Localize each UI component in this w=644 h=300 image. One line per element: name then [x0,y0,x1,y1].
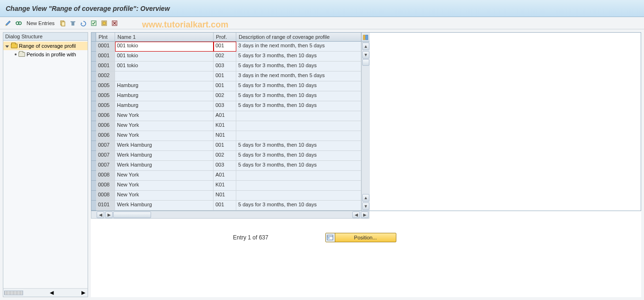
scroll-right-end-icon[interactable]: ▶ [361,212,368,218]
row-selector[interactable] [91,111,96,121]
cell-prof[interactable]: N01 [214,191,236,201]
cell-desc[interactable]: 5 days for 3 months, then 10 days [236,201,361,211]
row-selector[interactable] [91,171,96,181]
cell-name[interactable]: Werk Hamburg [115,151,214,161]
scroll-down-end-icon[interactable]: ▼ [362,203,369,210]
cell-name[interactable]: Hamburg [115,101,214,111]
cell-desc[interactable]: 5 days for 3 months, then 10 days [236,161,361,171]
row-selector[interactable] [91,161,96,171]
cell-name[interactable]: New York [115,111,214,121]
cell-plnt[interactable]: 0101 [96,201,115,211]
cell-desc[interactable] [236,191,361,201]
deselect-all-icon[interactable] [110,19,119,27]
row-selector[interactable] [91,181,96,191]
undo-icon[interactable] [79,19,88,27]
row-selector[interactable] [91,91,96,101]
cell-name[interactable] [115,71,214,81]
tree-node-range-of-coverage-profile[interactable]: Range of coverage profil [3,42,88,50]
scroll-left-icon[interactable]: ◀ [48,290,55,296]
configure-columns-icon[interactable] [362,33,369,42]
cell-name[interactable]: New York [115,191,214,201]
scroll-left-icon[interactable]: ◀ [97,212,104,218]
cell-plnt[interactable]: 0008 [96,191,115,201]
cell-plnt[interactable]: 0001 [96,62,115,71]
row-selector[interactable] [91,191,96,201]
cell-desc[interactable]: 5 days for 3 months, then 10 days [236,62,361,71]
cell-name[interactable]: Werk Hamburg [115,161,214,171]
cell-prof[interactable]: 003 [214,161,236,171]
cell-prof[interactable]: 001 [214,71,236,81]
cell-plnt[interactable]: 0006 [96,121,115,131]
cell-prof[interactable]: 002 [214,52,236,62]
row-selector[interactable] [91,151,96,161]
cell-prof[interactable]: 001 [214,81,236,91]
cell-prof[interactable]: 003 [214,62,236,71]
row-selector[interactable] [91,121,96,131]
cell-desc[interactable] [236,131,361,141]
cell-plnt[interactable]: 0002 [96,71,115,81]
cell-desc[interactable] [236,171,361,181]
column-header-plnt[interactable]: Plnt [96,33,115,41]
position-button[interactable]: Position... [325,233,396,242]
row-selector[interactable] [91,62,96,71]
cell-plnt[interactable]: 0007 [96,161,115,171]
cell-name[interactable]: Hamburg [115,91,214,101]
cell-plnt[interactable]: 0005 [96,81,115,91]
cell-plnt[interactable]: 0001 [96,42,115,52]
cell-prof[interactable]: A01 [214,111,236,121]
cell-plnt[interactable]: 0008 [96,181,115,191]
cell-prof[interactable]: K01 [214,181,236,191]
cell-name[interactable]: New York [115,131,214,141]
cell-name[interactable]: 001 tokio [115,42,214,52]
cell-plnt[interactable]: 0007 [96,151,115,161]
horizontal-scrollbar[interactable]: ◀ ▶ ◀ ▶ [91,211,369,219]
cell-prof[interactable]: 002 [214,151,236,161]
cell-desc[interactable]: 5 days for 3 months, then 10 days [236,151,361,161]
select-block-icon[interactable] [100,19,108,27]
new-entries-button[interactable]: New Entries [25,20,56,26]
row-selector[interactable] [91,42,96,52]
column-header-name[interactable]: Name 1 [115,33,214,41]
scroll-up-end-icon[interactable]: ▲ [362,194,369,202]
cell-desc[interactable]: 3 days in the next month, then 5 days [236,71,361,81]
scroll-right-icon[interactable]: ▶ [105,212,113,218]
cell-name[interactable]: Werk Hamburg [115,141,214,151]
cell-desc[interactable]: 5 days for 3 months, then 10 days [236,91,361,101]
row-selector[interactable] [91,81,96,91]
cell-prof[interactable]: 001 [214,42,236,52]
scroll-right-icon[interactable]: ▶ [80,290,87,296]
cell-desc[interactable] [236,181,361,191]
cell-desc[interactable]: 3 days in the next month, then 5 days [236,42,361,52]
display-change-toggle-icon[interactable] [4,19,12,27]
cell-name[interactable]: New York [115,181,214,191]
row-selector[interactable] [91,201,96,211]
scroll-thumb[interactable] [113,212,151,218]
cell-prof[interactable]: 002 [214,91,236,101]
expand-icon[interactable] [5,44,10,48]
row-selector-header[interactable] [91,33,96,41]
cell-name[interactable]: New York [115,171,214,181]
scroll-thumb[interactable] [362,59,369,66]
sidebar-resize-handle[interactable] [4,291,23,295]
cell-plnt[interactable]: 0006 [96,131,115,141]
cell-prof[interactable]: 001 [214,201,236,211]
tree-node-periods-in-profile[interactable]: Periods in profile with [3,50,88,59]
select-all-icon[interactable] [89,19,98,27]
scroll-down-icon[interactable]: ▼ [362,51,369,59]
column-header-prof[interactable]: Prof. [214,33,236,41]
cell-plnt[interactable]: 0001 [96,52,115,62]
cell-desc[interactable]: 5 days for 3 months, then 10 days [236,141,361,151]
cell-prof[interactable]: N01 [214,131,236,141]
cell-desc[interactable]: 5 days for 3 months, then 10 days [236,81,361,91]
cell-desc[interactable] [236,121,361,131]
column-header-desc[interactable]: Description of range of coverage profile [236,33,361,41]
cell-desc[interactable] [236,111,361,121]
cell-plnt[interactable]: 0006 [96,111,115,121]
row-selector[interactable] [91,71,96,81]
cell-desc[interactable]: 5 days for 3 months, then 10 days [236,52,361,62]
cell-plnt[interactable]: 0007 [96,141,115,151]
copy-as-icon[interactable] [58,19,67,27]
cell-plnt[interactable]: 0005 [96,91,115,101]
vertical-scrollbar[interactable]: ▲ ▼ ▲ ▼ [361,33,370,211]
row-selector[interactable] [91,101,96,111]
